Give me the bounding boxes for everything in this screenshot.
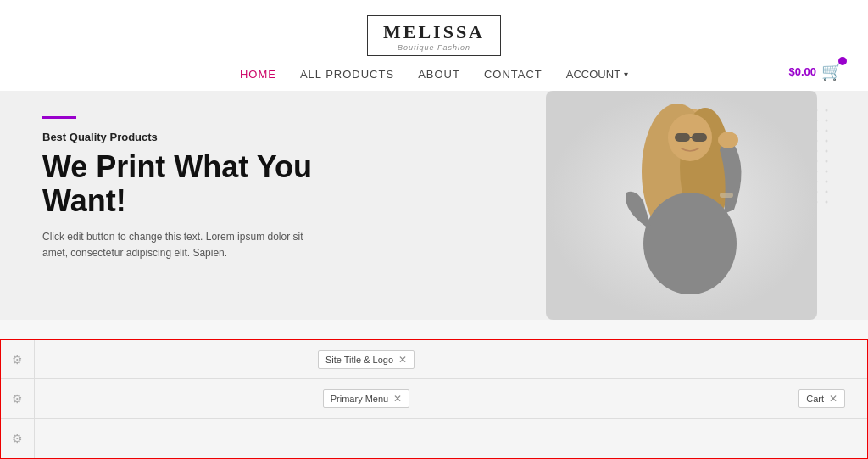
cart-chip[interactable]: Cart ✕ — [798, 389, 845, 408]
logo-title: MELISSA — [383, 21, 485, 43]
hero-section: Best Quality Products We Print What You … — [0, 91, 868, 320]
primary-menu-chip[interactable]: Primary Menu ✕ — [323, 389, 409, 408]
site-header: MELISSA Boutique Fashion HOME ALL PRODUC… — [0, 0, 868, 91]
gear-icon-1: ⚙ — [12, 353, 23, 367]
editor-row-3-gear[interactable]: ⚙ — [1, 419, 35, 458]
site-title-logo-chip-label: Site Title & Logo — [326, 355, 393, 365]
cart-icon: 🛒 — [821, 62, 843, 81]
hero-woman-image — [546, 91, 817, 320]
nav-center: HOME ALL PRODUCTS ABOUT CONTACT ACCOUNT … — [240, 68, 628, 81]
cart-badge — [838, 57, 847, 65]
chevron-down-icon: ▾ — [624, 70, 628, 79]
logo-box[interactable]: MELISSA Boutique Fashion — [367, 15, 501, 56]
editor-row-3: ⚙ — [1, 419, 867, 458]
nav-bar: HOME ALL PRODUCTS ABOUT CONTACT ACCOUNT … — [0, 58, 868, 91]
hero-image-area — [461, 91, 868, 320]
hero-accent-line — [42, 116, 76, 119]
editor-row-2-right: Cart ✕ — [689, 389, 859, 408]
gear-icon-2: ⚙ — [12, 392, 23, 406]
nav-item-home[interactable]: HOME — [240, 68, 276, 81]
nav-item-all-products[interactable]: ALL PRODUCTS — [300, 68, 394, 81]
editor-row-3-content — [35, 419, 867, 458]
editor-row-1-content: Site Title & Logo ✕ — [35, 340, 867, 378]
site-title-logo-chip-close[interactable]: ✕ — [398, 354, 407, 366]
logo-tagline: Boutique Fashion — [383, 43, 485, 52]
primary-menu-chip-close[interactable]: ✕ — [393, 393, 402, 405]
editor-row-1: ⚙ Site Title & Logo ✕ — [1, 340, 867, 379]
cart-area[interactable]: $0.00 🛒 — [788, 61, 843, 81]
editor-row-2-content: Primary Menu ✕ Cart ✕ — [35, 379, 867, 417]
hero-description: Click edit button to change this text. L… — [42, 229, 331, 261]
gear-icon-3: ⚙ — [12, 432, 23, 445]
hero-title: We Print What You Want! — [42, 150, 331, 217]
nav-item-account[interactable]: ACCOUNT ▾ — [566, 68, 628, 81]
hero-content: Best Quality Products We Print What You … — [0, 91, 373, 320]
svg-rect-9 — [692, 133, 707, 142]
nav-item-about[interactable]: ABOUT — [418, 68, 460, 81]
cart-icon-wrap[interactable]: 🛒 — [821, 61, 843, 81]
primary-menu-chip-label: Primary Menu — [331, 394, 388, 404]
editor-panel: ⚙ Site Title & Logo ✕ ⚙ Primary Menu ✕ — [0, 339, 868, 459]
svg-rect-13 — [720, 193, 733, 198]
svg-point-11 — [643, 193, 737, 294]
cart-chip-label: Cart — [806, 394, 824, 404]
svg-point-12 — [718, 132, 738, 148]
svg-rect-8 — [675, 133, 690, 142]
cart-chip-close[interactable]: ✕ — [829, 393, 837, 405]
cart-price: $0.00 — [788, 65, 816, 78]
hero-subtitle: Best Quality Products — [42, 131, 331, 143]
editor-row-2-gear[interactable]: ⚙ — [1, 379, 35, 417]
site-title-logo-chip[interactable]: Site Title & Logo ✕ — [318, 350, 415, 369]
editor-row-1-gear[interactable]: ⚙ — [1, 340, 35, 378]
editor-row-2: ⚙ Primary Menu ✕ Cart ✕ — [1, 379, 867, 418]
nav-item-contact[interactable]: CONTACT — [484, 68, 542, 81]
